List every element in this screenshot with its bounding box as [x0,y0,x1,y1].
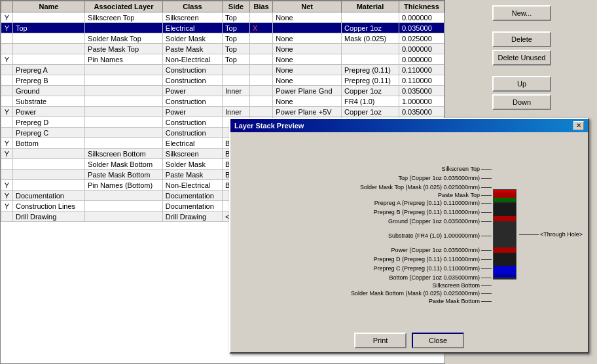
table-row[interactable]: YPowerPowerInnerPower Plane +5VCopper 1o… [1,107,444,117]
col-header-material: Material [342,1,399,12]
label-power: Power (Copper 1oz 0.035000mm) [391,246,492,255]
label-top-copper: Top (Copper 1oz 0.035000mm) [398,173,492,183]
table-row[interactable]: Paste Mask TopPaste MaskTopNone0.000000 [1,44,444,54]
col-header-name: Name [13,1,85,12]
print-button[interactable]: Print [354,333,407,348]
col-header-thickness: Thickness [399,1,444,12]
right-labels: <Through Hole> [516,137,583,331]
visual-prepreg-d [494,253,516,259]
label-paste-mask-bottom: Paste Mask Bottom [429,298,492,304]
table-row[interactable]: YPin NamesNon-ElectricalTopNone0.000000 [1,54,444,65]
close-button[interactable]: Close [412,333,464,348]
label-paste-mask-top: Paste Mask Top [438,192,492,198]
label-prepreg-b: Prepreg B (Prepreg (0.11) 0.110000mm) [374,208,492,217]
table-row[interactable]: YTopElectricalTopXCopper 1oz0.035000 [1,23,444,33]
label-bottom: Bottom (Copper 1oz 0.035000mm) [389,273,492,282]
label-silkscreen-top: Silkscreen Top [442,164,492,173]
col-header-class: Class [162,1,222,12]
visual-ground [494,216,516,221]
dialog-close-x-button[interactable]: ✕ [573,121,584,130]
stack-visual-bar [493,189,516,280]
label-prepreg-c: Prepreg C (Prepreg (0.11) 0.110000mm) [373,264,492,273]
visual-substrate [494,221,516,247]
label-prepreg-d: Prepreg D (Prepreg (0.11) 0.110000mm) [373,255,492,264]
through-hole-label: <Through Hole> [519,231,583,238]
delete-button[interactable]: Delete [492,31,551,47]
label-prepreg-a: Prepreg A (Prepreg (0.11) 0.110000mm) [374,198,492,208]
label-solder-mask-top: Solder Mask Top (Mask (0.025) 0.025000mm… [360,183,492,192]
col-header-bias: Bias [249,1,272,12]
stack-visualization: Silkscreen Top Top (Copper 1oz 0.035000m… [236,137,583,331]
table-row[interactable]: GroundPowerInnerPower Plane GndCopper 1o… [1,86,444,96]
visual-prepreg-a [494,203,516,209]
col-header-assoc: Associated Layer [85,1,163,12]
label-ground: Ground (Copper 1oz 0.035000mm) [388,217,492,226]
left-labels: Silkscreen Top Top (Copper 1oz 0.035000m… [236,164,493,304]
col-header-side: Side [223,1,250,12]
visual-prepreg-c [494,259,516,266]
table-row[interactable]: YSilkscreen TopSilkscreenTopNone0.000000 [1,12,444,23]
dialog-content: Silkscreen Top Top (Copper 1oz 0.035000m… [230,132,588,337]
delete-unused-button[interactable]: Delete Unused [492,50,551,65]
dialog-title: Layer Stack Preview [234,122,304,130]
col-header-y [1,1,13,12]
label-silkscreen-bottom: Silkscreen Bottom [432,282,492,289]
dialog-titlebar: Layer Stack Preview ✕ [230,119,588,132]
visual-bottom [494,266,516,271]
dialog-footer: Print Close [230,329,588,352]
visual-power [494,247,516,253]
table-row[interactable]: Prepreg AConstructionNonePrepreg (0.11)0… [1,65,444,75]
visual-paste-mask-bottom [494,278,516,279]
up-button[interactable]: Up [492,76,551,92]
visual-top-copper [494,192,516,198]
label-solder-mask-bottom: Solder Mask Bottom (Mask (0.025) 0.02500… [351,289,492,298]
layer-stack-dialog: Layer Stack Preview ✕ Silkscreen Top Top… [229,118,589,354]
visual-prepreg-b [494,209,516,216]
table-row[interactable]: Solder Mask TopSolder MaskTopNoneMask (0… [1,33,444,44]
new-button[interactable]: New... [492,5,551,21]
label-substrate: Substrate (FR4 (1.0) 1.000000mm) [388,226,492,246]
col-header-net: Net [273,1,342,12]
table-row[interactable]: Prepreg BConstructionNonePrepreg (0.11)0… [1,75,444,86]
down-button[interactable]: Down [492,94,551,110]
table-row[interactable]: SubstrateConstructionNoneFR4 (1.0)1.0000… [1,96,444,107]
